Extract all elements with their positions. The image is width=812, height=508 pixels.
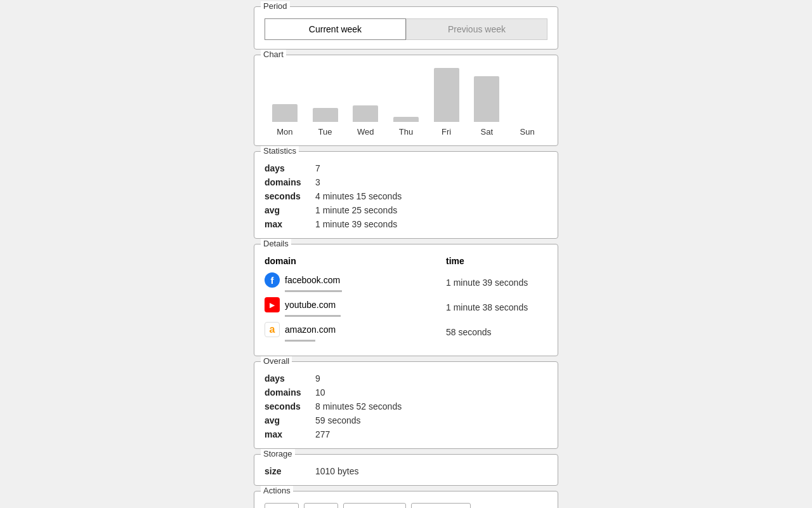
previous-week-button[interactable]: Previous week: [406, 18, 547, 40]
bar-day-label: Fri: [442, 127, 451, 137]
period-buttons: Current week Previous week: [265, 18, 547, 40]
seed-button[interactable]: seed: [304, 503, 338, 508]
stat-row: domains3: [265, 177, 547, 187]
overall-stat-key: seconds: [265, 401, 315, 411]
bar-col: Thu: [393, 117, 419, 137]
overall-stat-row: days9: [265, 373, 547, 384]
storage-section: Storage size 1010 bytes: [254, 454, 558, 486]
time-cell: 58 seconds: [446, 327, 547, 337]
chart-bar: [393, 117, 419, 122]
domain-name: amazon.com: [285, 324, 336, 335]
bar-day-label: Tue: [318, 127, 332, 137]
stat-row: max1 minute 39 seconds: [265, 219, 547, 229]
bar-col: Mon: [272, 104, 298, 137]
stat-row: seconds4 minutes 15 seconds: [265, 191, 547, 201]
details-section: Details domain time f facebook.com 1 min…: [254, 244, 558, 356]
chart-bar: [474, 76, 499, 122]
overall-stat-row: max277: [265, 429, 547, 439]
overall-stat-value: 8 minutes 52 seconds: [315, 401, 402, 411]
stat-key: days: [265, 163, 315, 173]
bar-col: Sun: [514, 122, 540, 137]
bar-col: Tue: [313, 108, 338, 137]
bar-col: Wed: [353, 105, 378, 137]
current-week-button[interactable]: Current week: [265, 18, 406, 40]
page-wrapper: Period Current week Previous week Chart …: [254, 6, 558, 508]
bar-day-label: Thu: [399, 127, 413, 137]
stat-row: avg1 minute 25 seconds: [265, 205, 547, 215]
domain-name-row: ▶ youtube.com: [265, 297, 446, 312]
details-header: domain time: [265, 256, 547, 269]
overall-stat-key: max: [265, 429, 315, 439]
bar-day-label: Wed: [357, 127, 374, 137]
storage-size-key: size: [265, 466, 315, 476]
period-legend: Period: [261, 1, 290, 11]
chart-section: Chart MonTueWedThuFriSatSun: [254, 55, 558, 146]
overall-stat-row: avg59 seconds: [265, 415, 547, 425]
storage-size-value: 1010 bytes: [315, 466, 359, 476]
domain-name-row: f facebook.com: [265, 272, 446, 288]
export-csv-button[interactable]: export (csv): [411, 503, 471, 508]
stat-key: seconds: [265, 191, 315, 201]
details-legend: Details: [261, 239, 291, 248]
domain-name: youtube.com: [285, 300, 336, 310]
overall-legend: Overall: [261, 356, 292, 366]
export-json-button[interactable]: export (json): [343, 503, 405, 508]
bar-col: Sat: [474, 76, 499, 137]
domain-cell: f facebook.com: [265, 272, 446, 292]
facebook-icon: f: [265, 272, 280, 288]
stat-value: 1 minute 39 seconds: [315, 219, 397, 229]
overall-stat-value: 10: [315, 387, 325, 398]
actions-legend: Actions: [261, 486, 293, 495]
chart-area: MonTueWedThuFriSatSun: [265, 67, 547, 137]
actions-section: Actions clearseedexport (json)export (cs…: [254, 491, 558, 508]
chart-bar: [434, 68, 459, 122]
amazon-icon: a: [265, 322, 280, 337]
bar-day-label: Sat: [481, 127, 494, 137]
overall-stat-key: avg: [265, 415, 315, 425]
stat-key: domains: [265, 177, 315, 187]
chart-bar: [313, 108, 338, 122]
overall-stat-value: 59 seconds: [315, 415, 361, 425]
overall-section: Overall days9domains10seconds8 minutes 5…: [254, 361, 558, 449]
storage-legend: Storage: [261, 449, 295, 458]
chart-bar: [272, 104, 298, 122]
domain-progress-bar: [285, 290, 342, 292]
stat-key: avg: [265, 205, 315, 215]
clear-button[interactable]: clear: [265, 503, 299, 508]
overall-stat-row: seconds8 minutes 52 seconds: [265, 401, 547, 411]
time-cell: 1 minute 38 seconds: [446, 302, 547, 312]
details-row: a amazon.com 58 seconds: [265, 322, 547, 342]
stat-row: days7: [265, 163, 547, 173]
stat-key: max: [265, 219, 315, 229]
domain-progress-bar: [285, 340, 315, 342]
stat-value: 3: [315, 177, 320, 187]
action-buttons: clearseedexport (json)export (csv): [265, 503, 547, 508]
overall-stat-row: domains10: [265, 387, 547, 398]
statistics-section: Statistics days7domains3seconds4 minutes…: [254, 151, 558, 239]
chart-bar: [353, 105, 378, 122]
bar-col: Fri: [434, 68, 459, 137]
stat-value: 1 minute 25 seconds: [315, 205, 397, 215]
domain-name: facebook.com: [285, 275, 340, 285]
youtube-icon: ▶: [265, 297, 280, 312]
stat-value: 4 minutes 15 seconds: [315, 191, 402, 201]
details-time-header: time: [446, 256, 547, 266]
bar-day-label: Mon: [277, 127, 292, 137]
storage-row: size 1010 bytes: [265, 466, 547, 476]
overall-stat-value: 9: [315, 373, 320, 384]
details-row: ▶ youtube.com 1 minute 38 seconds: [265, 297, 547, 317]
domain-progress-bar: [285, 315, 341, 317]
time-cell: 1 minute 39 seconds: [446, 277, 547, 288]
domain-name-row: a amazon.com: [265, 322, 446, 337]
period-section: Period Current week Previous week: [254, 6, 558, 50]
overall-stat-key: domains: [265, 387, 315, 398]
stat-value: 7: [315, 163, 320, 173]
details-row: f facebook.com 1 minute 39 seconds: [265, 272, 547, 292]
overall-stat-value: 277: [315, 429, 330, 439]
domain-cell: ▶ youtube.com: [265, 297, 446, 317]
bar-day-label: Sun: [520, 127, 534, 137]
statistics-legend: Statistics: [261, 146, 299, 156]
chart-legend: Chart: [261, 50, 286, 59]
overall-stat-key: days: [265, 373, 315, 384]
details-domain-header: domain: [265, 256, 446, 266]
